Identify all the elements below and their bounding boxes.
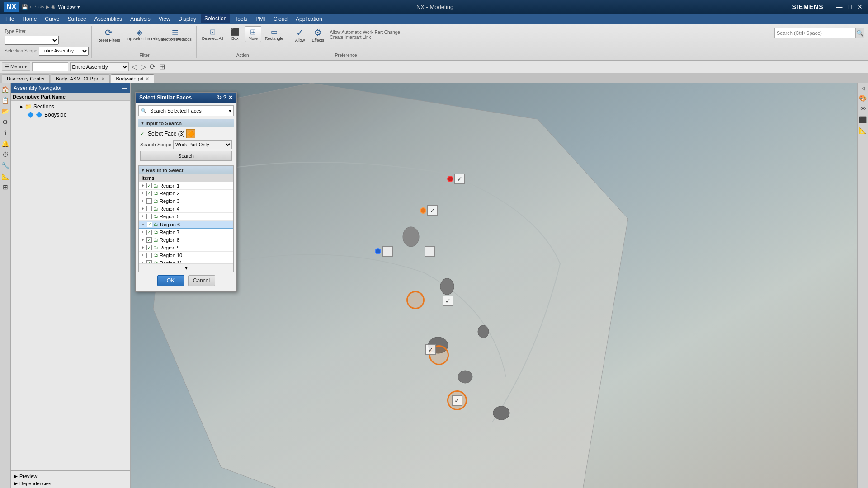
menu-item-file[interactable]: File (2, 15, 18, 23)
cancel-button[interactable]: Cancel (188, 275, 215, 286)
nav-footer-preview[interactable]: ▶ Preview (13, 473, 128, 480)
window-menu[interactable]: Window ▾ (58, 4, 80, 10)
tb2-icon3[interactable]: ⟳ (149, 62, 156, 71)
sidebar-settings-icon[interactable]: ⚙ (1, 117, 9, 127)
navigator-minimize-button[interactable]: — (122, 85, 127, 91)
effects-button[interactable]: ⚙ Effects (310, 26, 326, 43)
search-button[interactable]: 🔍 (856, 28, 864, 38)
rectangle-button[interactable]: ▭ Rectangle (263, 27, 285, 42)
dialog-close-icon[interactable]: ✕ (228, 94, 233, 101)
result-item-region2[interactable]: + ✓ 🗂 Region 2 (139, 190, 233, 197)
menu-item-display[interactable]: Display (175, 15, 200, 23)
result-item-region5[interactable]: + 🗂 Region 5 (139, 213, 233, 221)
view-area[interactable]: ✓ ✓ (131, 83, 857, 488)
menu-item-view[interactable]: View (155, 15, 174, 23)
checkmark-6[interactable]: ✓ (425, 344, 436, 355)
tab-body-asm-close[interactable]: ✕ (101, 76, 105, 81)
input-to-search-section[interactable]: ▾ Input to Search (138, 119, 234, 127)
result-item-region7[interactable]: + ✓ 🗂 Region 7 (139, 229, 233, 236)
reset-filters-button[interactable]: ⟳ Reset Filters (95, 26, 122, 43)
allow-button[interactable]: ✓ Allow (292, 26, 308, 43)
sidebar-layers-icon[interactable]: 📂 (0, 107, 10, 116)
sidebar-tools-icon[interactable]: 🔧 (0, 161, 10, 170)
right-sidebar-icon4[interactable]: ⬛ (858, 115, 868, 124)
menu-item-tools[interactable]: Tools (231, 15, 251, 23)
more-button[interactable]: ⊞ More (245, 26, 261, 42)
result-item-region1[interactable]: + ✓ 🗂 Region 1 (139, 182, 233, 190)
checkbox-region7[interactable]: ✓ (146, 230, 152, 235)
box-button[interactable]: ⬛ Box (227, 27, 243, 42)
menu-item-assemblies[interactable]: Assemblies (91, 15, 126, 23)
checkmark-1[interactable]: ✓ (454, 174, 465, 184)
menu-item-home[interactable]: Home (19, 15, 40, 23)
tab-discovery-center[interactable]: Discovery Center (2, 74, 50, 83)
selection-methods-button[interactable]: ☰ Selection Methods (156, 28, 193, 42)
result-item-region4[interactable]: + 🗂 Region 4 (139, 205, 233, 213)
checkmark-3[interactable] (382, 246, 393, 257)
checkmark-4[interactable] (425, 246, 435, 257)
search-scope-select[interactable]: Work Part Only (173, 140, 232, 149)
right-sidebar-icon1[interactable]: ◁ (860, 85, 866, 92)
dialog-help-icon[interactable]: ? (223, 94, 226, 101)
menu-item-selection[interactable]: Selection (201, 14, 230, 23)
menu-button[interactable]: ☰ Menu ▾ (2, 62, 30, 71)
menu-item-surface[interactable]: Surface (64, 15, 90, 23)
checkmark-5[interactable]: ✓ (443, 296, 453, 306)
sidebar-history-icon[interactable]: ⏱ (1, 150, 9, 159)
checkbox-region5[interactable] (146, 214, 152, 219)
checkbox-region2[interactable]: ✓ (146, 191, 152, 196)
sidebar-info-icon[interactable]: ℹ (3, 128, 7, 137)
assembly-select[interactable]: Entire Assembly (70, 62, 129, 71)
checkbox-region8[interactable]: ✓ (146, 237, 152, 243)
nav-item-sections[interactable]: ▶ 📁 Sections (13, 103, 128, 111)
checkbox-region3[interactable] (146, 198, 152, 204)
tb2-icon1[interactable]: ◁ (131, 62, 138, 71)
checkbox-region6[interactable]: ✓ (147, 222, 152, 227)
search-input[interactable] (774, 28, 856, 38)
result-item-region10[interactable]: + 🗂 Region 10 (139, 252, 233, 259)
deselect-all-button[interactable]: ⊡ Deselect All (200, 27, 225, 42)
search-button[interactable]: Search (140, 151, 232, 161)
minimize-button[interactable]: — (835, 3, 844, 10)
nav-footer-dependencies[interactable]: ▶ Dependencies (13, 480, 128, 487)
sidebar-more-icon[interactable]: ⊞ (2, 183, 9, 192)
search-mode-dropdown[interactable]: 🔍 Search Selected Faces ▾ (138, 105, 234, 116)
checkmark-2[interactable]: ✓ (427, 205, 438, 216)
tb2-icon2[interactable]: ▷ (140, 62, 147, 71)
menu-item-cloud[interactable]: Cloud (270, 15, 291, 23)
scroll-down-indicator[interactable]: ▾ (139, 263, 233, 272)
result-item-region8[interactable]: + ✓ 🗂 Region 8 (139, 236, 233, 244)
checkbox-region9[interactable]: ✓ (146, 245, 152, 250)
checkbox-region11[interactable]: ✓ (146, 260, 152, 263)
sidebar-alert-icon[interactable]: 🔔 (0, 139, 10, 148)
right-sidebar-icon3[interactable]: 👁 (859, 104, 867, 113)
maximize-button[interactable]: □ (846, 3, 854, 10)
menu-item-pmi[interactable]: PMI (252, 15, 269, 23)
nav-item-bodyside[interactable]: 🔷 🔷 Bodyside (13, 111, 128, 119)
tab-body-asm[interactable]: Body_ASM_CLP.prt ✕ (51, 74, 110, 83)
result-item-region3[interactable]: + 🗂 Region 3 (139, 197, 233, 205)
face-picker-button[interactable]: 🔶 (186, 129, 195, 138)
sidebar-measure-icon[interactable]: 📐 (0, 172, 10, 181)
result-item-region11[interactable]: + ✓ 🗂 Region 11 (139, 259, 233, 263)
menu-item-curve[interactable]: Curve (41, 15, 63, 23)
top-selection-button[interactable]: ◈ Top Selection Priority - Feature (124, 27, 155, 42)
right-sidebar-icon5[interactable]: 📐 (858, 126, 868, 135)
result-item-region6[interactable]: + ✓ 🗂 Region 6 (139, 221, 233, 229)
right-sidebar-icon2[interactable]: 🎨 (858, 94, 868, 103)
ok-button[interactable]: OK (157, 275, 184, 286)
checkbox-region1[interactable]: ✓ (146, 183, 152, 188)
result-header[interactable]: ▾ Result to Select (139, 166, 233, 174)
type-filter-select[interactable] (5, 36, 59, 45)
close-button[interactable]: ✕ (855, 3, 864, 10)
sidebar-home-icon[interactable]: 🏠 (0, 85, 10, 94)
tab-bodyside-close[interactable]: ✕ (146, 76, 149, 81)
menu-item-application[interactable]: Application (292, 15, 326, 23)
checkmark-7[interactable]: ✓ (452, 395, 462, 406)
checkbox-region4[interactable] (146, 206, 152, 211)
menu-item-analysis[interactable]: Analysis (127, 15, 154, 23)
tab-bodyside[interactable]: Bodyside.prt ✕ (111, 74, 154, 83)
checkbox-region10[interactable] (146, 253, 152, 258)
quick-search-input[interactable] (32, 62, 68, 71)
sidebar-nav-icon[interactable]: 📋 (0, 96, 10, 105)
